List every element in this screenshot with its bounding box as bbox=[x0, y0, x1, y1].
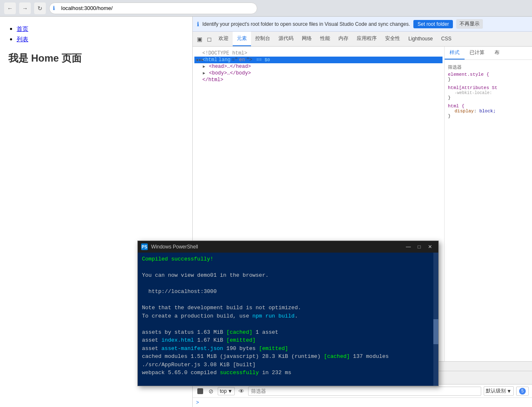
powershell-window: PS Windows PowerShell — □ ✕ Compiled suc… bbox=[137, 241, 439, 386]
minimize-button[interactable]: — bbox=[403, 243, 413, 251]
ps-scrollbar[interactable] bbox=[433, 253, 438, 386]
log-level-label: 默认级别 bbox=[486, 387, 506, 395]
address-info-icon: ℹ bbox=[53, 5, 55, 11]
page-nav: 首页 列表 bbox=[8, 25, 184, 43]
tab-elements[interactable]: 元素 bbox=[233, 32, 251, 46]
powershell-icon: PS bbox=[141, 243, 148, 250]
styles-panel: 样式 已计算 布 筛选器 element.style { } html[Attr… bbox=[445, 47, 532, 361]
html-line-html[interactable]: ●●● <html lang="en"> == $0 bbox=[194, 57, 443, 63]
ps-scrollbar-thumb[interactable] bbox=[433, 319, 438, 344]
ps-line-12: asset asset-manifest.json 190 bytes [emi… bbox=[142, 345, 434, 353]
info-icon: ℹ bbox=[197, 21, 199, 27]
window-controls: — □ ✕ bbox=[403, 243, 435, 251]
ps-line-6 bbox=[142, 296, 434, 304]
tab-sources[interactable]: 源代码 bbox=[274, 32, 298, 46]
ps-line-8: To create a production build, use npm ru… bbox=[142, 312, 434, 320]
set-root-folder-button[interactable]: Set root folder bbox=[413, 20, 453, 28]
tab-application[interactable]: 应用程序 bbox=[353, 32, 381, 46]
html-line-doctype: <!DOCTYPE html> bbox=[194, 50, 443, 57]
filter-label: 筛选器 bbox=[448, 63, 529, 72]
console-toolbar: ⊘ top ▼ 👁 默认级别 ▼ 5 bbox=[193, 385, 532, 398]
address-url: localhost:3000/home/ bbox=[61, 5, 113, 11]
back-button[interactable]: ← bbox=[4, 2, 16, 14]
tab-performance[interactable]: 性能 bbox=[316, 32, 334, 46]
ps-line-5: http://localhost:3000 bbox=[142, 288, 434, 296]
log-level-selector[interactable]: 默认级别 ▼ bbox=[484, 386, 514, 396]
tab-network[interactable]: 网络 bbox=[298, 32, 316, 46]
ps-line-3: You can now view demo01 in the browser. bbox=[142, 271, 434, 280]
reload-button[interactable]: ↻ bbox=[34, 2, 46, 14]
eye-button[interactable]: 👁 bbox=[237, 387, 246, 395]
ps-line-13: cached modules 1.51 MiB (javascript) 28.… bbox=[142, 352, 434, 361]
ps-line-1: Compiled successfully! bbox=[142, 255, 434, 263]
styles-content: 筛选器 element.style { } html[Attributes St… bbox=[445, 60, 532, 361]
html-line-html-close: </html> bbox=[194, 77, 443, 83]
css-rule-html-attrs: html[Attributes St -webkit-locale: } bbox=[448, 85, 529, 100]
maximize-button[interactable]: □ bbox=[414, 243, 424, 251]
ps-line-15: webpack 5.65.0 compiled successfully in … bbox=[142, 369, 434, 377]
powershell-title: Windows PowerShell bbox=[151, 244, 400, 250]
chevron-down-icon: ▼ bbox=[228, 388, 233, 394]
ps-line-14: ./src/AppRouter.js 3.08 KiB [built] bbox=[142, 361, 434, 369]
forward-button[interactable]: → bbox=[19, 2, 31, 14]
ps-line-9 bbox=[142, 320, 434, 328]
ps-line-4 bbox=[142, 280, 434, 288]
subtab-computed[interactable]: 已计算 bbox=[465, 47, 490, 60]
clear-console-button[interactable] bbox=[196, 387, 204, 395]
tab-lighthouse[interactable]: Lighthouse bbox=[404, 32, 437, 46]
context-selector[interactable]: top ▼ bbox=[218, 387, 235, 395]
ps-line-10: assets by status 1.63 MiB [cached] 1 ass… bbox=[142, 328, 434, 337]
ps-line-2 bbox=[142, 263, 434, 272]
ps-line-11: asset index.html 1.67 KiB [emitted] bbox=[142, 336, 434, 345]
console-content: > bbox=[193, 398, 532, 407]
html-line-head[interactable]: ► <head>…</head> bbox=[194, 63, 443, 70]
css-rule-html: html { display: block; } bbox=[448, 104, 529, 119]
powershell-content: Compiled successfully! You can now view … bbox=[138, 253, 438, 386]
dismiss-button[interactable]: 不再显示 bbox=[456, 19, 483, 29]
message-count: 5 bbox=[521, 389, 524, 393]
close-button[interactable]: ✕ bbox=[425, 243, 435, 251]
styles-subtabs: 样式 已计算 布 bbox=[445, 47, 532, 60]
css-rule-element-style: element.style { } bbox=[448, 72, 529, 82]
devtools-info-bar: ℹ Identify your project's root folder to… bbox=[193, 17, 532, 32]
address-bar[interactable]: ℹ localhost:3000/home/ bbox=[49, 2, 257, 14]
phone-icon[interactable]: ◻ bbox=[204, 34, 214, 44]
html-line-body[interactable]: ► <body>…</body> bbox=[194, 70, 443, 77]
message-bubble: 5 bbox=[519, 388, 526, 395]
nav-link-list[interactable]: 列表 bbox=[17, 36, 28, 42]
tab-welcome[interactable]: 欢迎 bbox=[214, 32, 233, 46]
stop-button[interactable]: ⊘ bbox=[207, 387, 215, 395]
tab-memory[interactable]: 内存 bbox=[334, 32, 353, 46]
tab-css[interactable]: CSS bbox=[437, 32, 456, 46]
console-prompt[interactable]: > bbox=[196, 400, 199, 405]
ps-line-7: Note that the development build is not o… bbox=[142, 304, 434, 312]
page-title: 我是 Home 页面 bbox=[8, 52, 184, 65]
message-count-badge: 5 bbox=[516, 387, 529, 396]
screen-icon[interactable]: ▣ bbox=[194, 34, 204, 44]
context-selector-label: top bbox=[220, 388, 227, 394]
level-chevron-icon: ▼ bbox=[507, 388, 512, 394]
powershell-titlebar: PS Windows PowerShell — □ ✕ bbox=[138, 241, 438, 253]
nav-link-home[interactable]: 首页 bbox=[17, 25, 28, 32]
tab-console[interactable]: 控制台 bbox=[251, 32, 274, 46]
subtab-styles[interactable]: 样式 bbox=[445, 47, 465, 60]
filter-input[interactable] bbox=[248, 387, 482, 396]
devtools-tabs: ▣ ◻ 欢迎 元素 控制台 源代码 网络 性能 内存 应用程序 安全性 Ligh… bbox=[193, 32, 532, 47]
svg-rect-0 bbox=[197, 388, 203, 394]
browser-chrome: ← → ↻ ℹ localhost:3000/home/ bbox=[0, 0, 532, 17]
info-bar-message: Identify your project's root folder to o… bbox=[202, 21, 410, 27]
subtab-layout[interactable]: 布 bbox=[490, 47, 505, 60]
tab-security[interactable]: 安全性 bbox=[381, 32, 404, 46]
